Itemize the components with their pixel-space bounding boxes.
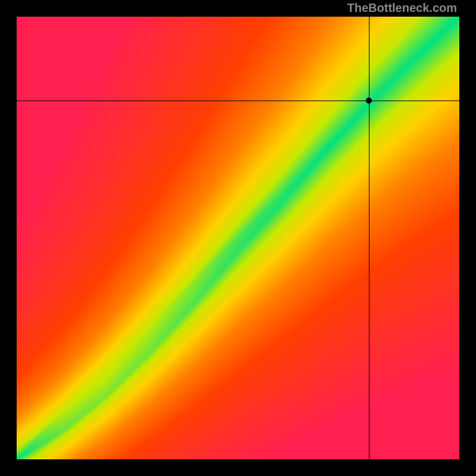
crosshair-vertical: [369, 17, 369, 459]
data-point-marker: [366, 98, 372, 104]
heatmap-canvas: [17, 17, 459, 459]
watermark-text: TheBottleneck.com: [347, 1, 457, 15]
crosshair-horizontal: [17, 101, 459, 101]
heatmap-plot: [17, 17, 459, 459]
